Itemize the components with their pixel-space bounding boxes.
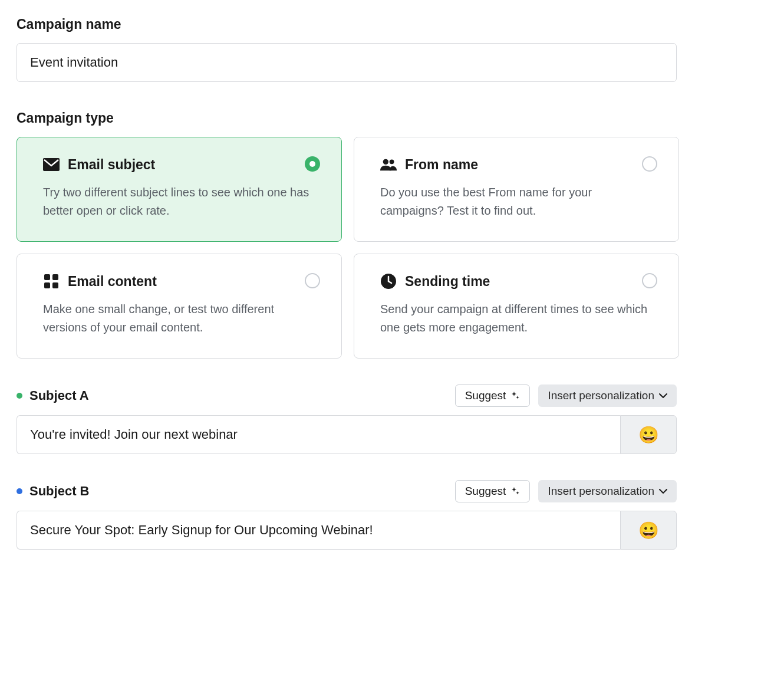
subject-b-label-wrap: Subject B xyxy=(17,484,89,499)
svg-point-1 xyxy=(390,159,394,164)
type-card-email-content[interactable]: Email content Make one small change, or … xyxy=(17,254,342,359)
subject-b-input[interactable] xyxy=(17,511,620,550)
clock-icon xyxy=(380,273,397,290)
dot-blue-icon xyxy=(17,488,22,494)
card-desc: Do you use the best From name for your c… xyxy=(380,183,653,220)
card-header: From name xyxy=(380,156,653,173)
card-header: Email subject xyxy=(43,156,315,173)
subject-a-header: Subject A Suggest Insert personalization xyxy=(17,384,677,407)
suggest-label: Suggest xyxy=(465,485,506,498)
radio-unselected-icon xyxy=(305,273,320,288)
radio-selected-icon xyxy=(305,156,320,172)
subject-b-buttons: Suggest Insert personalization xyxy=(455,480,677,502)
suggest-button-b[interactable]: Suggest xyxy=(455,480,531,502)
svg-rect-5 xyxy=(52,282,58,288)
subject-a-input-row: 😀 xyxy=(17,415,677,454)
card-title: Email content xyxy=(68,274,157,290)
campaign-name-input[interactable] xyxy=(17,43,677,82)
dot-green-icon xyxy=(17,393,22,399)
svg-rect-2 xyxy=(44,274,50,280)
sparkle-icon xyxy=(510,391,520,400)
card-title: Sending time xyxy=(405,274,490,290)
personalize-label: Insert personalization xyxy=(548,485,654,498)
emoji-button-a[interactable]: 😀 xyxy=(620,415,677,454)
personalize-label: Insert personalization xyxy=(548,389,654,402)
campaign-name-label: Campaign name xyxy=(17,17,767,32)
chevron-down-icon xyxy=(659,393,667,399)
card-desc: Try two different subject lines to see w… xyxy=(43,183,315,220)
card-desc: Send your campaign at different times to… xyxy=(380,300,653,337)
emoji-icon: 😀 xyxy=(638,521,659,540)
emoji-icon: 😀 xyxy=(638,425,659,445)
card-header: Sending time xyxy=(380,273,653,290)
type-card-email-subject[interactable]: Email subject Try two different subject … xyxy=(17,137,342,242)
subject-a-buttons: Suggest Insert personalization xyxy=(455,384,677,407)
people-icon xyxy=(380,156,397,173)
campaign-type-grid: Email subject Try two different subject … xyxy=(17,137,679,359)
subject-a-label-wrap: Subject A xyxy=(17,388,89,403)
card-desc: Make one small change, or test two diffe… xyxy=(43,300,315,337)
card-header: Email content xyxy=(43,273,315,290)
campaign-name-section: Campaign name xyxy=(17,17,767,82)
radio-unselected-icon xyxy=(642,273,657,288)
suggest-label: Suggest xyxy=(465,389,506,402)
svg-rect-3 xyxy=(52,274,58,280)
chevron-down-icon xyxy=(659,488,667,494)
svg-rect-4 xyxy=(44,282,50,288)
envelope-icon xyxy=(43,156,60,173)
subject-b-section: Subject B Suggest Insert personalization xyxy=(17,480,677,550)
emoji-button-b[interactable]: 😀 xyxy=(620,511,677,550)
subject-a-section: Subject A Suggest Insert personalization xyxy=(17,384,677,454)
card-title: Email subject xyxy=(68,157,155,173)
campaign-type-section: Campaign type Email subject Try two diff… xyxy=(17,110,767,359)
type-card-from-name[interactable]: From name Do you use the best From name … xyxy=(354,137,679,242)
subject-b-label: Subject B xyxy=(29,484,89,499)
suggest-button-a[interactable]: Suggest xyxy=(455,384,531,407)
insert-personalization-button-b[interactable]: Insert personalization xyxy=(538,480,677,502)
subject-b-header: Subject B Suggest Insert personalization xyxy=(17,480,677,502)
svg-point-0 xyxy=(383,159,388,165)
campaign-type-label: Campaign type xyxy=(17,110,767,126)
sparkle-icon xyxy=(510,487,520,496)
card-title: From name xyxy=(405,157,478,173)
subject-a-label: Subject A xyxy=(29,388,89,403)
radio-unselected-icon xyxy=(642,156,657,172)
grid-icon xyxy=(43,273,60,290)
subject-b-input-row: 😀 xyxy=(17,511,677,550)
type-card-sending-time[interactable]: Sending time Send your campaign at diffe… xyxy=(354,254,679,359)
insert-personalization-button-a[interactable]: Insert personalization xyxy=(538,384,677,407)
subject-a-input[interactable] xyxy=(17,415,620,454)
